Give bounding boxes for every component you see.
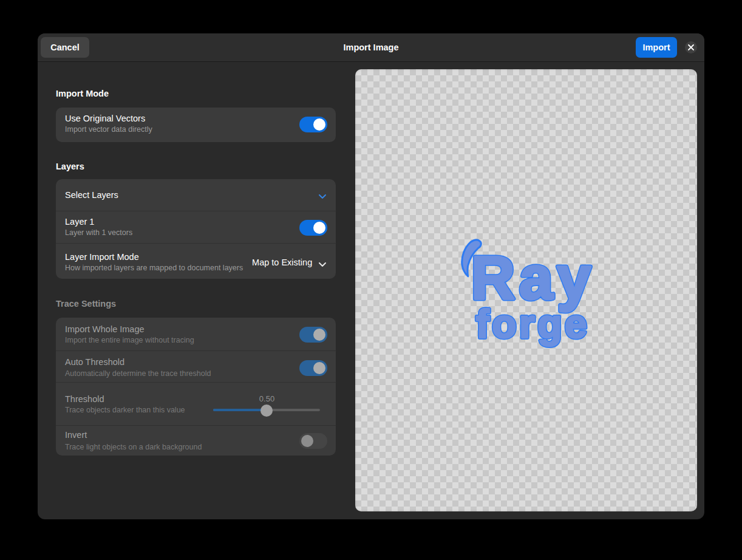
- svg-text:forge: forge: [476, 301, 590, 346]
